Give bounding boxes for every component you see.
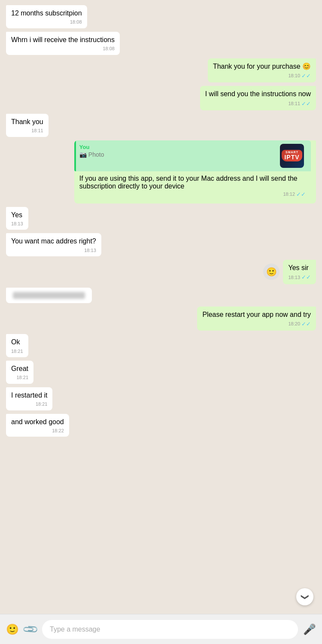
message-text: Thank you [11,118,43,125]
chevron-down-icon: ❯ [300,594,310,600]
message-text: Yes sir [288,264,308,271]
outgoing-bubble: I will send you the instructions now 18:… [200,86,316,110]
input-bar: 🙂 📎 Type a message 🎤 [0,614,322,644]
message-text: Ok [11,338,20,346]
message-text: Great [11,365,28,372]
smart-iptv-thumbnail: SMART IPTV [280,144,304,168]
message-row: Whrn i will receive the instructions 18:… [6,32,316,55]
quote-inner: You 📷 Photo [79,140,280,171]
incoming-bubble: Whrn i will receive the instructions 18:… [6,32,120,55]
read-tick: ✓✓ [296,191,306,197]
message-time: 18:21 [16,374,28,381]
camera-icon: 📷 [79,151,87,158]
avatar: 🙂 [263,264,279,280]
message-text: If you are using this app, send it to yo… [79,175,298,190]
message-row: You 📷 Photo SMART IPTV [6,140,316,204]
message-time: 18:08 [70,19,82,25]
chat-area: 12 months subscritpion 18:08 Whrn i will… [0,0,322,614]
message-text: I will send you the instructions now [205,90,311,97]
message-time: 18:10 [288,73,300,79]
message-time: 18:11 [288,100,300,107]
message-row: Ok 18:21 [6,334,316,357]
message-row: Please restart your app now and try 18:2… [6,307,316,331]
message-time: 18:08 [103,46,115,52]
read-tick: ✓✓ [301,72,311,80]
message-row: 12 months subscritpion 18:08 [6,5,316,28]
message-row: Thank you for your purchase 😊 18:10 ✓✓ [6,58,316,83]
message-time: 18:12 [283,191,295,197]
outgoing-quoted-bubble: You 📷 Photo SMART IPTV [74,140,316,204]
quote-bar [74,140,76,171]
outgoing-bubble: Thank you for your purchase 😊 18:10 ✓✓ [208,58,316,83]
incoming-bubble: Yes 18:13 [6,207,28,230]
message-row: 🙂 Yes sir 18:13 ✓✓ [6,260,316,284]
message-time: 18:13 [84,247,96,254]
message-time: 18:13 [11,221,23,227]
attachment-button[interactable]: 📎 [21,620,39,638]
scroll-down-button[interactable]: ❯ [296,588,313,605]
message-text: Thank you for your purchase 😊 [213,63,311,70]
outgoing-bubble: Yes sir 18:13 ✓✓ [283,260,316,284]
message-time: 18:11 [31,128,43,134]
quote-photo-label: Photo [88,151,104,158]
message-text: I restarted it [11,392,47,399]
microphone-button[interactable]: 🎤 [303,623,316,635]
message-row: I restarted it 18:21 [6,387,316,410]
incoming-bubble: Thank you 18:11 [6,114,49,137]
incoming-bubble: I restarted it 18:21 [6,387,52,410]
read-tick: ✓✓ [301,273,311,281]
message-text: Please restart your app now and try [202,311,311,318]
message-time: 18:20 [288,321,300,327]
blurred-bubble [6,288,92,303]
read-tick: ✓✓ [301,100,311,108]
message-placeholder: Type a message [50,626,100,633]
message-text: Yes [11,211,22,219]
message-time: 18:21 [36,401,48,407]
message-row: I will send you the instructions now 18:… [6,86,316,110]
message-row: Thank you 18:11 [6,114,316,137]
outgoing-bubble: Please restart your app now and try 18:2… [197,307,316,331]
incoming-bubble: 12 months subscritpion 18:08 [6,5,87,28]
blurred-content [13,292,85,299]
emoji-button[interactable]: 🙂 [6,623,19,635]
message-input[interactable]: Type a message [42,620,298,639]
message-row: You want mac addres right? 18:13 [6,233,316,256]
incoming-bubble: and worked good 18:22 [6,414,69,437]
message-time: 18:13 [288,274,300,281]
incoming-bubble: Ok 18:21 [6,334,28,357]
message-row: Yes 18:13 [6,207,316,230]
message-text: Whrn i will receive the instructions [11,36,115,43]
message-text: and worked good [11,418,64,425]
message-time: 18:21 [11,348,23,355]
read-tick: ✓✓ [301,320,311,328]
incoming-bubble: You want mac addres right? 18:13 [6,233,101,256]
quote-author: You [79,144,280,150]
message-row: and worked good 18:22 [6,414,316,437]
message-text: You want mac addres right? [11,237,96,245]
incoming-bubble: Great 18:21 [6,361,33,384]
message-text: 12 months subscritpion [11,9,82,17]
message-time: 18:22 [52,428,64,434]
quote-photo-line: 📷 Photo [79,151,280,158]
message-row [6,288,316,303]
message-row: Great 18:21 [6,361,316,384]
